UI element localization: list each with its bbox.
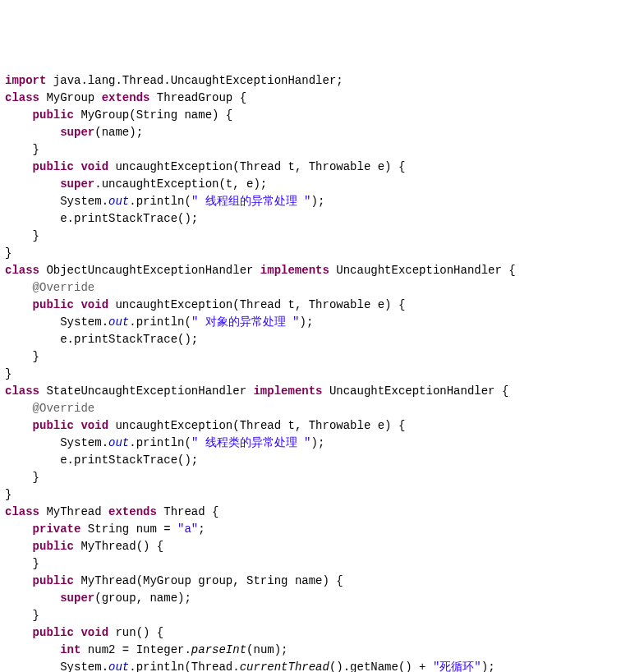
kw-void: void: [80, 626, 108, 639]
txt: Thread {: [157, 505, 219, 518]
string: " 对象的异常处理 ": [191, 315, 300, 329]
txt: (name);: [94, 126, 143, 139]
field-out: out: [108, 660, 129, 672]
kw-extends: extends: [102, 91, 150, 104]
txt: (group, name);: [94, 591, 191, 605]
kw-class: class: [5, 505, 39, 518]
kw-private: private: [33, 522, 81, 536]
kw-class: class: [5, 91, 39, 104]
txt: MyThread: [39, 505, 108, 518]
kw-int: int: [60, 643, 80, 656]
txt: System.: [60, 660, 108, 672]
txt: MyGroup: [39, 91, 102, 104]
string: " 线程组的异常处理 ": [191, 195, 311, 208]
kw-implements: implements: [253, 384, 322, 398]
txt: );: [299, 315, 313, 329]
txt: }: [5, 246, 12, 260]
txt: System.: [60, 195, 108, 208]
txt: }: [33, 143, 39, 156]
kw-void: void: [80, 419, 108, 432]
txt: ThreadGroup {: [150, 91, 246, 104]
txt: e.printStackTrace();: [60, 453, 198, 467]
txt: ;: [198, 522, 205, 536]
txt: }: [33, 609, 39, 622]
txt: System.: [60, 436, 108, 449]
txt: .println(Thread.: [129, 660, 239, 672]
field-out: out: [108, 195, 129, 208]
txt: UncaughtExceptionHandler {: [329, 264, 516, 277]
kw-public: public: [33, 540, 74, 553]
txt: run() {: [108, 626, 163, 639]
string: "a": [177, 522, 198, 536]
txt: java.lang.Thread.UncaughtExceptionHandle…: [46, 74, 343, 87]
method: currentThread: [240, 660, 329, 672]
txt: String num =: [80, 522, 177, 536]
kw-class: class: [5, 264, 39, 277]
txt: (num);: [246, 643, 288, 656]
txt: StateUncaughtExceptionHandler: [39, 384, 253, 398]
kw-public: public: [33, 419, 74, 432]
txt: }: [33, 229, 39, 242]
txt: uncaughtException(Thread t, Throwable e)…: [108, 419, 405, 432]
kw-public: public: [33, 160, 74, 173]
kw-public: public: [33, 298, 74, 311]
field-out: out: [108, 315, 129, 329]
txt: );: [310, 195, 324, 208]
txt: System.: [60, 315, 108, 329]
annotation: @Override: [33, 281, 95, 294]
txt: UncaughtExceptionHandler {: [322, 384, 508, 398]
txt: num2 = Integer.: [80, 643, 191, 656]
string: " 线程类的异常处理 ": [191, 436, 311, 449]
kw-void: void: [80, 298, 108, 311]
txt: }: [5, 367, 12, 380]
txt: MyGroup(String name) {: [74, 108, 232, 122]
kw-super: super: [60, 177, 94, 191]
txt: }: [33, 471, 39, 484]
txt: .println(: [129, 315, 191, 329]
txt: .println(: [129, 195, 191, 208]
code-block: import java.lang.Thread.UncaughtExceptio…: [5, 72, 616, 672]
kw-import: import: [5, 74, 46, 87]
txt: e.printStackTrace();: [60, 333, 198, 346]
txt: ().getName() +: [329, 660, 433, 672]
kw-extends: extends: [108, 505, 157, 518]
txt: uncaughtException(Thread t, Throwable e)…: [108, 160, 405, 173]
txt: ObjectUncaughtExceptionHandler: [39, 264, 260, 277]
kw-public: public: [33, 108, 74, 122]
kw-super: super: [60, 126, 94, 139]
txt: .uncaughtException(t, e);: [94, 177, 267, 191]
kw-super: super: [60, 591, 94, 605]
txt: );: [310, 436, 324, 449]
txt: e.printStackTrace();: [60, 212, 198, 225]
kw-void: void: [80, 160, 108, 173]
txt: );: [481, 660, 495, 672]
annotation: @Override: [33, 402, 95, 415]
method: parseInt: [191, 643, 246, 656]
txt: MyThread() {: [74, 540, 163, 553]
txt: MyThread(MyGroup group, String name) {: [74, 574, 343, 587]
txt: }: [33, 557, 39, 570]
txt: uncaughtException(Thread t, Throwable e)…: [108, 298, 405, 311]
kw-implements: implements: [260, 264, 329, 277]
kw-class: class: [5, 384, 39, 398]
kw-public: public: [33, 626, 74, 639]
string: "死循环": [433, 660, 481, 672]
txt: }: [5, 488, 12, 501]
txt: }: [33, 350, 39, 363]
kw-public: public: [33, 574, 74, 587]
field-out: out: [108, 436, 129, 449]
txt: .println(: [129, 436, 191, 449]
